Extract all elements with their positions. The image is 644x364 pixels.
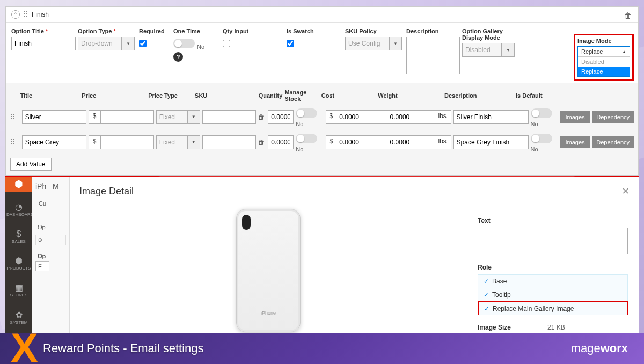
weight-unit: lbs (435, 135, 451, 149)
currency-label: $ (89, 110, 100, 124)
currency-label: $ (326, 110, 336, 124)
col-desc: Description (444, 92, 514, 99)
value-title-input[interactable] (22, 135, 86, 149)
sidebar-icon: $ (6, 229, 31, 239)
is-default-toggle[interactable] (531, 134, 552, 143)
image-mode-option-disabled[interactable]: Disabled (578, 57, 630, 67)
modal-title: Image Detail (79, 186, 134, 197)
qty-input[interactable] (268, 135, 294, 149)
check-icon: ✓ (484, 291, 489, 299)
sidebar-item[interactable]: ▦STORES (6, 282, 31, 297)
magento-logo-icon[interactable]: ⬢ (5, 177, 32, 192)
delete-row-icon[interactable]: 🗑 (258, 139, 266, 146)
value-desc-input[interactable] (453, 110, 529, 124)
image-detail-modal: Image Detail × iPhone Text Role ✓Base✓To… (70, 177, 639, 335)
no-label: No (531, 121, 538, 127)
delete-option-icon[interactable]: 🗑 (624, 11, 632, 20)
no-label: No (531, 146, 538, 152)
manage-stock-toggle[interactable] (296, 134, 317, 143)
one-time-label: One Time (173, 28, 210, 34)
cost-input[interactable] (336, 135, 390, 149)
option-type-select[interactable] (78, 37, 122, 50)
background-page-peek: iPh M Cu Op ⊙ Op F (32, 177, 70, 335)
images-button[interactable]: Images (560, 111, 590, 123)
chevron-down-icon[interactable]: ▼ (122, 37, 135, 50)
drag-handle-icon[interactable] (10, 113, 17, 121)
role-item[interactable]: ✓Tooltip (478, 288, 627, 302)
value-desc-input[interactable] (453, 135, 529, 149)
col-qty: Quantity (259, 92, 283, 99)
sku-policy-select[interactable] (345, 37, 389, 50)
option-title-label: Option Title (11, 28, 76, 34)
option-header-title: Finish (32, 11, 49, 18)
role-item[interactable]: ✓Replace Main Gallery Image (478, 301, 628, 315)
manage-stock-toggle[interactable] (296, 108, 317, 118)
description-textarea[interactable] (406, 37, 460, 74)
col-default: Is Default (516, 92, 551, 99)
col-cost: Cost (321, 92, 376, 99)
dependency-button[interactable]: Dependency (592, 111, 634, 123)
option-panel: ⌃ Finish 🗑 Option Title Option Type ▼ Re… (5, 6, 639, 176)
drag-handle-icon[interactable] (23, 11, 28, 18)
role-item[interactable]: ✓Base (478, 275, 627, 288)
weight-input[interactable] (387, 110, 435, 124)
gallery-display-label: Option Gallery Display Mode (462, 28, 516, 41)
sidebar-item[interactable]: $SALES (6, 229, 31, 244)
image-mode-field: Image Mode Replace▲ Disabled Replace (574, 34, 634, 81)
role-list: ✓Base✓Tooltip✓Replace Main Gallery Image (478, 274, 628, 315)
is-swatch-label: Is Swatch (287, 28, 319, 34)
dependency-button[interactable]: Dependency (592, 136, 634, 148)
is-default-toggle[interactable] (531, 108, 552, 118)
sidebar-item[interactable]: ◔DASHBOARD (6, 202, 31, 217)
option-fields-row: Option Title Option Type ▼ Required One … (6, 23, 638, 79)
weight-input[interactable] (387, 135, 435, 149)
sku-input[interactable] (202, 110, 256, 124)
image-size-value: 21 KB (547, 324, 565, 331)
detail-panel: Text Role ✓Base✓Tooltip✓Replace Main Gal… (467, 206, 639, 335)
sidebar-icon: ▦ (6, 282, 31, 293)
currency-label: $ (326, 135, 336, 149)
price-input[interactable] (100, 110, 154, 124)
sidebar-icon: ◔ (6, 202, 31, 212)
drag-handle-icon[interactable] (10, 139, 17, 146)
col-price: Price (82, 92, 146, 99)
check-icon: ✓ (484, 305, 489, 312)
price-type-select[interactable] (156, 135, 187, 149)
image-preview: iPhone (70, 206, 467, 335)
chevron-up-icon[interactable]: ▲ (622, 49, 626, 54)
col-pricetype: Price Type (148, 92, 193, 99)
qty-input-checkbox[interactable] (223, 40, 230, 47)
chevron-down-icon[interactable]: ▼ (187, 135, 200, 149)
required-label: Required (139, 28, 171, 34)
value-title-input[interactable] (22, 110, 86, 124)
image-mode-option-replace[interactable]: Replace (578, 67, 630, 76)
role-label: Role (478, 264, 628, 271)
help-icon[interactable]: ? (173, 52, 183, 62)
collapse-icon[interactable]: ⌃ (11, 10, 20, 19)
chevron-down-icon[interactable]: ▼ (187, 110, 200, 124)
add-value-button[interactable]: Add Value (10, 158, 52, 171)
footer-brand: mageworx (571, 341, 628, 355)
image-size-label: Image Size (478, 324, 547, 331)
chevron-down-icon[interactable]: ▼ (389, 37, 402, 50)
images-button[interactable]: Images (560, 136, 590, 148)
sidebar-item[interactable]: ⬢PRODUCTS (6, 256, 31, 271)
qty-input[interactable] (268, 110, 294, 124)
one-time-toggle[interactable] (173, 39, 195, 48)
close-icon[interactable]: × (622, 184, 629, 198)
required-checkbox[interactable] (139, 40, 147, 47)
check-icon: ✓ (484, 278, 489, 285)
sidebar-item[interactable]: ✿SYSTEM (6, 310, 31, 325)
text-textarea[interactable] (478, 228, 628, 254)
price-input[interactable] (100, 135, 154, 149)
image-mode-select[interactable]: Replace▲ Disabled Replace (577, 46, 630, 77)
footer-bar: X Reward Points - Email settings magewor… (0, 333, 644, 364)
option-title-input[interactable] (11, 37, 76, 50)
delete-row-icon[interactable]: 🗑 (258, 113, 266, 121)
is-swatch-checkbox[interactable] (287, 40, 294, 47)
price-type-select[interactable] (156, 110, 187, 124)
sku-input[interactable] (202, 135, 256, 149)
cost-input[interactable] (336, 110, 390, 124)
phone-image: iPhone (236, 209, 301, 332)
text-label: Text (478, 217, 628, 224)
